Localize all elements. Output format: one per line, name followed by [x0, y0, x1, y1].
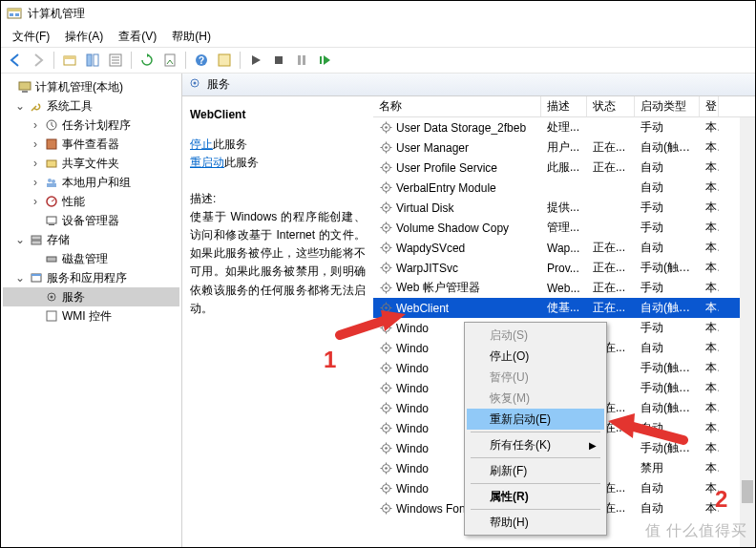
tree-diskmgr[interactable]: 磁盘管理 — [62, 251, 108, 267]
restart-link[interactable]: 重启动 — [190, 156, 224, 169]
service-row[interactable]: WarpJITSvcProv...正在...手动(触发...本 — [373, 258, 755, 278]
gear-icon — [379, 442, 392, 455]
service-row[interactable]: Web 帐户管理器Web...正在...手动本 — [373, 278, 755, 298]
ctx-refresh[interactable]: 刷新(F) — [467, 460, 604, 481]
menu-help[interactable]: 帮助(H) — [166, 27, 217, 47]
gear-icon — [379, 221, 392, 235]
help-button[interactable]: ? — [191, 50, 212, 71]
col-name[interactable]: 名称 — [373, 96, 541, 116]
service-row[interactable]: User Manager用户...正在...自动(触发...本 — [373, 137, 755, 158]
svc-starttype: 自动(触发... — [635, 400, 700, 416]
twisty-icon[interactable]: › — [30, 137, 41, 151]
scrollbar[interactable] — [740, 117, 755, 547]
service-row[interactable]: User Profile Service此服...正在...自动本 — [373, 158, 755, 178]
service-row[interactable]: WapdySVcedWap...正在...自动本 — [373, 238, 755, 258]
svc-logon: 本 — [700, 119, 719, 136]
play-button[interactable] — [245, 50, 266, 71]
stop-link[interactable]: 停止 — [190, 137, 213, 151]
tree-tasksched[interactable]: 任务计划程序 — [62, 117, 131, 134]
gear-icon — [379, 422, 392, 435]
service-row[interactable]: Virtual Disk提供...手动本 — [373, 198, 755, 218]
menu-action[interactable]: 操作(A) — [59, 27, 109, 47]
svc-desc: Web... — [541, 282, 587, 295]
col-starttype[interactable]: 启动类型 — [635, 96, 700, 116]
tree-systools[interactable]: 系统工具 — [47, 98, 93, 115]
twisty-icon[interactable]: ⌄ — [14, 233, 26, 246]
svg-point-66 — [385, 206, 388, 209]
ctx-stop[interactable]: 停止(O) — [467, 346, 604, 367]
svc-logon: 本 — [700, 360, 719, 376]
tree-eventviewer[interactable]: 事件查看器 — [62, 137, 119, 153]
service-row[interactable]: Volume Shadow Copy管理...手动本 — [373, 218, 755, 238]
tree-perf[interactable]: 性能 — [62, 194, 85, 210]
svc-logon: 本 — [700, 179, 719, 196]
svc-name: Windo — [396, 382, 429, 395]
ctx-props[interactable]: 属性(R) — [467, 486, 604, 507]
ctx-alltasks[interactable]: 所有任务(K)▶ — [467, 434, 604, 455]
list-header[interactable]: ^ 名称 描述 状态 启动类型 登 — [373, 96, 755, 117]
svg-rect-20 — [19, 82, 31, 90]
service-row[interactable]: VerbalEntry Module自动本 — [373, 178, 755, 198]
tree-wmi[interactable]: WMI 控件 — [62, 308, 112, 325]
tree-svcapps[interactable]: 服务和应用程序 — [47, 270, 127, 286]
gear-icon — [379, 141, 392, 155]
svc-starttype: 自动 — [635, 340, 700, 356]
tree-localusers[interactable]: 本地用户和组 — [62, 175, 131, 191]
col-status[interactable]: 状态 — [587, 96, 635, 116]
twisty-icon[interactable]: ⌄ — [14, 99, 26, 113]
svc-name: User Profile Service — [396, 161, 497, 175]
desc-label: 描述: — [190, 190, 366, 208]
svg-rect-2 — [10, 13, 13, 16]
filter-button[interactable] — [105, 50, 126, 71]
nav-tree[interactable]: 计算机管理(本地) ⌄系统工具 ›任务计划程序 ›事件查看器 ›共享文件夹 ›本… — [1, 74, 182, 547]
svc-starttype: 自动(触发... — [635, 300, 700, 316]
scrollbar-thumb[interactable] — [742, 480, 753, 503]
stop-button[interactable] — [268, 50, 289, 71]
svc-logon: 本 — [700, 440, 719, 456]
tree-devmgr[interactable]: 设备管理器 — [62, 213, 119, 229]
svc-desc: 提供... — [541, 200, 587, 216]
svc-desc: 使基... — [541, 300, 587, 316]
gear-icon — [379, 121, 392, 135]
tree-shared[interactable]: 共享文件夹 — [62, 156, 119, 172]
ctx-help[interactable]: 帮助(H) — [467, 512, 604, 533]
svc-status: 正在... — [587, 280, 635, 296]
tree-root[interactable]: 计算机管理(本地) — [35, 79, 123, 95]
twisty-icon[interactable]: › — [30, 118, 41, 132]
restart-button[interactable] — [314, 50, 335, 71]
export-button[interactable] — [159, 50, 180, 71]
up-button[interactable] — [59, 50, 80, 71]
svc-name: Windo — [396, 402, 429, 415]
svc-name: Windo — [396, 342, 429, 355]
device-icon — [44, 213, 59, 228]
back-button[interactable] — [5, 50, 26, 71]
svc-starttype: 手动 — [635, 220, 700, 236]
tree-storage[interactable]: 存储 — [47, 232, 70, 248]
refresh-button[interactable] — [136, 50, 158, 71]
gear-icon — [379, 362, 392, 375]
service-row[interactable]: WebClient使基...正在...自动(触发...本 — [373, 298, 755, 318]
ctx-restart[interactable]: 重新启动(E) — [467, 409, 604, 430]
toolbar: ? — [1, 47, 755, 74]
computer-icon — [17, 79, 32, 95]
menu-file[interactable]: 文件(F) — [7, 27, 55, 47]
col-desc[interactable]: 描述 — [541, 96, 587, 116]
col-logon[interactable]: 登 — [700, 96, 719, 116]
tree-services-item[interactable]: 服务 — [3, 287, 179, 306]
svg-point-84 — [385, 266, 388, 269]
service-name: WebClient — [190, 106, 366, 124]
svc-status: 正在... — [587, 159, 635, 176]
svc-name: WebClient — [396, 302, 449, 315]
service-row[interactable]: User Data Storage_2fbeb处理...手动本 — [373, 117, 755, 137]
menu-view[interactable]: 查看(V) — [113, 27, 162, 47]
svg-rect-33 — [47, 257, 56, 262]
twisty-icon[interactable]: › — [30, 195, 41, 208]
twisty-icon[interactable]: › — [30, 176, 41, 189]
twisty-icon[interactable]: ⌄ — [14, 271, 26, 285]
twisty-icon[interactable]: › — [30, 157, 41, 170]
view-button[interactable] — [82, 50, 103, 71]
props-button[interactable] — [214, 50, 235, 71]
svg-rect-38 — [47, 311, 56, 321]
svc-desc: 用户... — [541, 139, 587, 156]
svg-rect-3 — [15, 13, 19, 16]
